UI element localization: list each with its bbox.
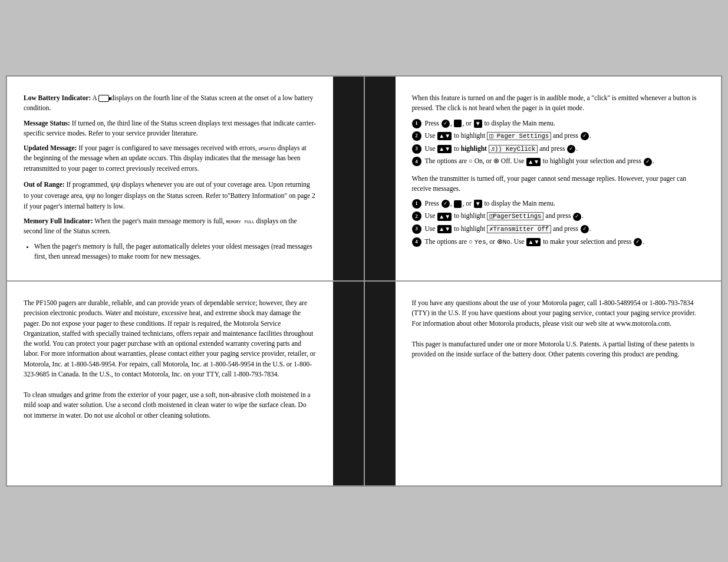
step-text-1: Press , , or ▼ to display the Main menu. xyxy=(425,118,705,128)
pf1500-durability-para: The PF1500 pagers are durable, reliable,… xyxy=(24,298,317,379)
bottom-left-black-bar xyxy=(333,282,364,485)
t-step-num-2: 2 xyxy=(412,211,421,221)
t-step-num-1: 1 xyxy=(412,199,421,209)
top-left-black-bar xyxy=(333,77,364,280)
page-container: Low Battery Indicator: A displays on the… xyxy=(6,75,722,487)
step-4: 4 The options are ○ On, or ⊗ Off. Use ▲▼… xyxy=(412,156,705,166)
t-step-text-1: Press , , or ▼ to display the Main menu. xyxy=(425,199,705,209)
transmitter-steps: 1 Press , , or ▼ to display the Main men… xyxy=(412,199,705,247)
key-click-steps: 1 Press , , or ▼ to display the Main men… xyxy=(412,118,705,167)
t-check-btn-2 xyxy=(573,213,581,221)
t-updown-btn-3: ▲▼ xyxy=(437,225,452,233)
transmitter-intro: When the transmitter is turned off, your… xyxy=(412,174,705,194)
low-battery-label: Low Battery Indicator: xyxy=(24,94,91,101)
out-of-range-label: Out of Range: xyxy=(24,181,65,188)
t-updown-btn-1: ▼ xyxy=(474,200,482,208)
memory-full-bullets: When the pager's memory is full, the pag… xyxy=(34,242,317,262)
step-1: 1 Press , , or ▼ to display the Main men… xyxy=(412,118,705,128)
questions-para: If you have any questions about the use … xyxy=(412,298,705,329)
step-text-4: The options are ○ On, or ⊗ Off. Use ▲▼ t… xyxy=(425,156,705,166)
step-num-4: 4 xyxy=(412,157,421,166)
t-lock-btn-1 xyxy=(454,200,462,208)
panel-top-left: Low Battery Indicator: A displays on the… xyxy=(6,76,364,281)
step-num-3: 3 xyxy=(412,144,421,154)
yes-option: Yes xyxy=(475,239,486,246)
cleaning-para: To clean smudges and grime from the exte… xyxy=(24,390,317,421)
updown-btn-2: ▲▼ xyxy=(437,132,452,140)
check-btn-3 xyxy=(567,145,575,153)
updown-btn-1: ▼ xyxy=(474,120,482,128)
t-step-text-4: The options are ○ Yes, or ⊗No. Use ▲▼ to… xyxy=(425,237,705,247)
step-3: 3 Use ▲▼ to highlight ♬)) KeyClick and p… xyxy=(412,144,705,154)
updown-btn-3: ▲▼ xyxy=(437,145,452,153)
key-click-intro: When this feature is turned on and the p… xyxy=(412,93,705,114)
low-battery-para: Low Battery Indicator: A displays on the… xyxy=(24,93,317,114)
out-of-range-para: Out of Range: If programmed, ψψ displays… xyxy=(24,178,317,211)
t-step-3: 3 Use ▲▼ to highlight ✗Transmitter Off a… xyxy=(412,224,705,234)
check-btn-1 xyxy=(442,120,450,128)
t-check-btn-1 xyxy=(442,200,450,208)
panel-top-right: When this feature is turned on and the p… xyxy=(364,76,722,281)
t-step-1: 1 Press , , or ▼ to display the Main men… xyxy=(412,199,705,209)
t-step-num-4: 4 xyxy=(412,237,421,247)
t-step-text-3: Use ▲▼ to highlight ✗Transmitter Off and… xyxy=(425,224,705,234)
check-btn-2 xyxy=(581,132,589,140)
updown-btn-4: ▲▼ xyxy=(526,158,541,166)
t-pager-settings-display: ◫PagerSettings xyxy=(487,212,543,220)
updated-message-label: Updated Message: xyxy=(24,144,77,151)
t-check-btn-4 xyxy=(634,238,642,246)
memory-full-para: Memory Full Indicator: When the pager's … xyxy=(24,216,317,237)
message-status-label: Message Status: xyxy=(24,120,70,127)
t-step-4: 4 The options are ○ Yes, or ⊗No. Use ▲▼ … xyxy=(412,237,705,247)
step-num-2: 2 xyxy=(412,131,421,141)
step-text-2: Use ▲▼ to highlight ◫ Pager Settings and… xyxy=(425,131,705,141)
step-num-1: 1 xyxy=(412,119,421,128)
bottom-left-content: The PF1500 pagers are durable, reliable,… xyxy=(7,282,333,485)
no-option: No xyxy=(503,239,510,246)
t-check-btn-3 xyxy=(581,225,589,233)
check-btn-4 xyxy=(644,158,652,166)
step-2: 2 Use ▲▼ to highlight ◫ Pager Settings a… xyxy=(412,131,705,141)
memory-full-label: Memory Full Indicator: xyxy=(24,217,93,224)
t-step-text-2: Use ▲▼ to highlight ◫PagerSettings and p… xyxy=(425,211,705,222)
step-text-3: Use ▲▼ to highlight ♬)) KeyClick and pre… xyxy=(425,144,705,154)
t-updown-btn-4: ▲▼ xyxy=(526,238,541,246)
bottom-right-black-bar xyxy=(365,282,396,485)
lock-btn-1 xyxy=(454,120,462,127)
top-left-content: Low Battery Indicator: A displays on the… xyxy=(7,77,333,280)
memory-full-bullet-1: When the pager's memory is full, the pag… xyxy=(34,242,317,262)
bottom-right-content: If you have any questions about the use … xyxy=(396,282,722,485)
pager-settings-display: ◫ Pager Settings xyxy=(487,132,551,140)
keyclick-display: ♬)) KeyClick xyxy=(489,145,538,153)
panel-bottom-right: If you have any questions about the use … xyxy=(364,281,722,486)
message-status-para: Message Status: If turned on, the third … xyxy=(24,118,317,139)
t-updown-btn-2: ▲▼ xyxy=(437,213,452,221)
panel-bottom-left: The PF1500 pagers are durable, reliable,… xyxy=(6,281,364,486)
t-step-num-3: 3 xyxy=(412,224,421,234)
t-step-2: 2 Use ▲▼ to highlight ◫PagerSettings and… xyxy=(412,211,705,222)
patents-para: This pager is manufactured under one or … xyxy=(412,339,705,360)
top-right-content: When this feature is turned on and the p… xyxy=(396,77,722,280)
t-transmitter-display: ✗Transmitter Off xyxy=(487,225,551,233)
updated-message-para: Updated Message: If your pager is config… xyxy=(24,143,317,174)
top-right-black-bar xyxy=(365,77,396,280)
